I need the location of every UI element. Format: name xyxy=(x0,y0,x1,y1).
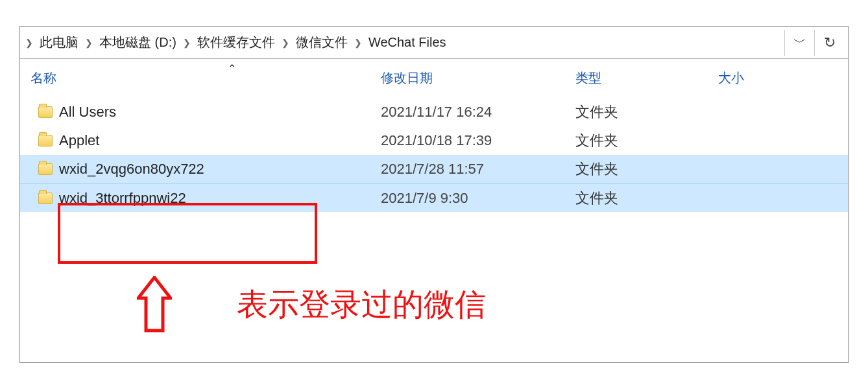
breadcrumb-item[interactable]: 微信文件 xyxy=(291,31,353,54)
annotation-highlight-box xyxy=(58,203,317,264)
file-date: 2021/7/28 11:57 xyxy=(370,161,565,178)
file-name: Applet xyxy=(59,132,99,149)
chevron-right-icon: ❯ xyxy=(182,38,192,48)
refresh-icon: ↻ xyxy=(824,34,836,51)
file-type: 文件夹 xyxy=(565,159,708,179)
folder-icon xyxy=(38,106,53,118)
table-row[interactable]: All Users 2021/11/17 16:24 文件夹 xyxy=(20,98,848,126)
address-bar: ❯ 此电脑 ❯ 本地磁盘 (D:) ❯ 软件缓存文件 ❯ 微信文件 ❯ WeCh… xyxy=(20,27,848,59)
table-row[interactable]: Applet 2021/10/18 17:39 文件夹 xyxy=(20,126,848,155)
file-type: 文件夹 xyxy=(565,189,708,208)
file-list: All Users 2021/11/17 16:24 文件夹 Applet 20… xyxy=(20,98,848,212)
chevron-right-icon: ❯ xyxy=(84,38,94,48)
annotation-label: 表示登录过的微信 xyxy=(237,284,486,325)
column-header-type[interactable]: 类型 xyxy=(565,59,708,97)
column-header-name[interactable]: 名称 xyxy=(20,59,370,97)
annotation: 表示登录过的微信 xyxy=(137,276,486,333)
file-type: 文件夹 xyxy=(565,102,708,122)
column-header-date[interactable]: 修改日期 xyxy=(370,59,565,97)
sort-indicator-icon: ⌃ xyxy=(228,62,236,75)
breadcrumb-item[interactable]: WeChat Files xyxy=(363,31,452,54)
file-date: 2021/10/18 17:39 xyxy=(370,132,565,149)
breadcrumb-item[interactable]: 本地磁盘 (D:) xyxy=(94,31,182,54)
file-name: wxid_2vqg6on80yx722 xyxy=(59,161,204,178)
file-name: All Users xyxy=(59,104,116,121)
file-type: 文件夹 xyxy=(565,131,708,150)
folder-icon xyxy=(38,163,53,175)
column-header-size[interactable]: 大小 xyxy=(708,59,848,97)
refresh-button[interactable]: ↻ xyxy=(814,30,844,56)
chevron-right-icon: ❯ xyxy=(353,38,363,48)
folder-icon xyxy=(38,135,53,146)
explorer-window: ❯ 此电脑 ❯ 本地磁盘 (D:) ❯ 软件缓存文件 ❯ 微信文件 ❯ WeCh… xyxy=(19,26,849,363)
folder-icon xyxy=(38,192,53,204)
file-name: wxid_3ttorrfppnwi22 xyxy=(59,190,186,207)
chevron-down-icon: ﹀ xyxy=(793,34,806,51)
file-date: 2021/7/9 9:30 xyxy=(370,190,565,207)
breadcrumb-item[interactable]: 此电脑 xyxy=(34,31,84,54)
chevron-right-icon: ❯ xyxy=(280,38,291,48)
column-header-row: 名称 修改日期 类型 大小 xyxy=(20,59,848,98)
arrow-up-icon xyxy=(137,276,172,333)
table-row[interactable]: wxid_3ttorrfppnwi22 2021/7/9 9:30 文件夹 xyxy=(20,183,848,212)
table-row[interactable]: wxid_2vqg6on80yx722 2021/7/28 11:57 文件夹 xyxy=(20,155,848,183)
breadcrumb-item[interactable]: 软件缓存文件 xyxy=(192,31,280,54)
dropdown-button[interactable]: ﹀ xyxy=(784,30,814,56)
chevron-right-icon: ❯ xyxy=(24,38,34,48)
file-date: 2021/11/17 16:24 xyxy=(370,104,565,121)
